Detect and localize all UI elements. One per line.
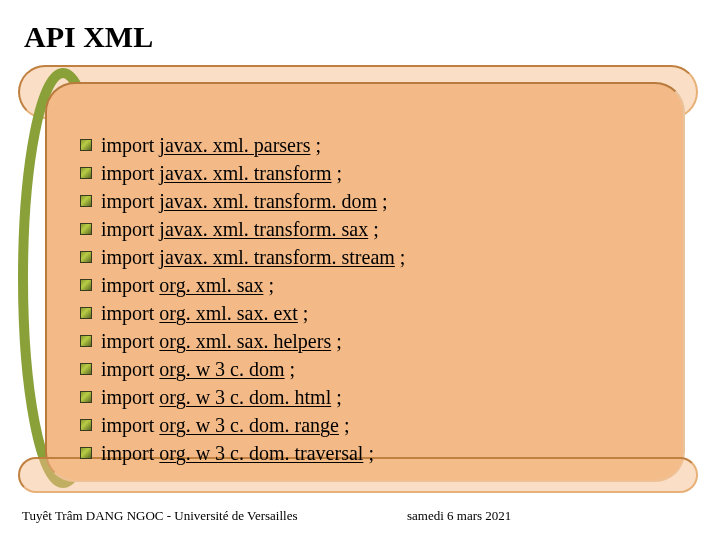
import-suffix: ;	[395, 246, 406, 268]
import-package: org. xml. sax	[159, 274, 263, 296]
bullet-icon	[80, 419, 92, 431]
import-package: org. w 3 c. dom. html	[159, 386, 331, 408]
list-item: import javax. xml. parsers ;	[80, 131, 680, 159]
import-suffix: ;	[331, 386, 342, 408]
bullet-icon	[80, 195, 92, 207]
import-keyword: import	[101, 442, 154, 464]
import-keyword: import	[101, 274, 154, 296]
list-item: import javax. xml. transform ;	[80, 159, 680, 187]
list-item: import org. xml. sax. ext ;	[80, 299, 680, 327]
import-package: javax. xml. transform	[159, 162, 331, 184]
import-package: org. w 3 c. dom	[159, 358, 284, 380]
import-suffix: ;	[368, 218, 379, 240]
footer: Tuyêt Trâm DANG NGOC - Université de Ver…	[22, 508, 702, 524]
import-package: javax. xml. transform. sax	[159, 218, 368, 240]
import-suffix: ;	[298, 302, 309, 324]
list-item: import org. xml. sax ;	[80, 271, 680, 299]
bullet-icon	[80, 139, 92, 151]
import-package: org. xml. sax. ext	[159, 302, 298, 324]
bullet-icon	[80, 279, 92, 291]
slide-title: API XML	[24, 20, 153, 54]
import-keyword: import	[101, 134, 154, 156]
import-keyword: import	[101, 386, 154, 408]
import-keyword: import	[101, 162, 154, 184]
list-item: import org. xml. sax. helpers ;	[80, 327, 680, 355]
bullet-icon	[80, 363, 92, 375]
list-item: import org. w 3 c. dom ;	[80, 355, 680, 383]
import-suffix: ;	[332, 162, 343, 184]
import-suffix: ;	[339, 414, 350, 436]
import-keyword: import	[101, 246, 154, 268]
footer-author: Tuyêt Trâm DANG NGOC - Université de Ver…	[22, 508, 298, 524]
import-suffix: ;	[285, 358, 296, 380]
bullet-icon	[80, 251, 92, 263]
list-item: import org. w 3 c. dom. html ;	[80, 383, 680, 411]
import-list: import javax. xml. parsers ; import java…	[80, 131, 680, 467]
slide: API XML import javax. xml. parsers ; imp…	[0, 0, 720, 540]
import-package: javax. xml. parsers	[159, 134, 310, 156]
bullet-icon	[80, 391, 92, 403]
import-package: org. w 3 c. dom. traversal	[159, 442, 363, 464]
import-suffix: ;	[331, 330, 342, 352]
import-package: javax. xml. transform. stream	[159, 246, 395, 268]
import-package: org. w 3 c. dom. range	[159, 414, 339, 436]
import-suffix: ;	[363, 442, 374, 464]
bullet-icon	[80, 335, 92, 347]
import-package: org. xml. sax. helpers	[159, 330, 331, 352]
footer-date: samedi 6 mars 2021	[407, 508, 511, 524]
list-item: import javax. xml. transform. dom ;	[80, 187, 680, 215]
import-keyword: import	[101, 218, 154, 240]
import-keyword: import	[101, 190, 154, 212]
import-keyword: import	[101, 302, 154, 324]
list-item: import javax. xml. transform. stream ;	[80, 243, 680, 271]
list-item: import org. w 3 c. dom. traversal ;	[80, 439, 680, 467]
bullet-icon	[80, 307, 92, 319]
list-item: import javax. xml. transform. sax ;	[80, 215, 680, 243]
import-suffix: ;	[377, 190, 388, 212]
import-keyword: import	[101, 330, 154, 352]
import-keyword: import	[101, 414, 154, 436]
bullet-icon	[80, 223, 92, 235]
bullet-icon	[80, 447, 92, 459]
bullet-icon	[80, 167, 92, 179]
list-item: import org. w 3 c. dom. range ;	[80, 411, 680, 439]
import-suffix: ;	[263, 274, 274, 296]
import-keyword: import	[101, 358, 154, 380]
import-suffix: ;	[310, 134, 321, 156]
import-package: javax. xml. transform. dom	[159, 190, 377, 212]
